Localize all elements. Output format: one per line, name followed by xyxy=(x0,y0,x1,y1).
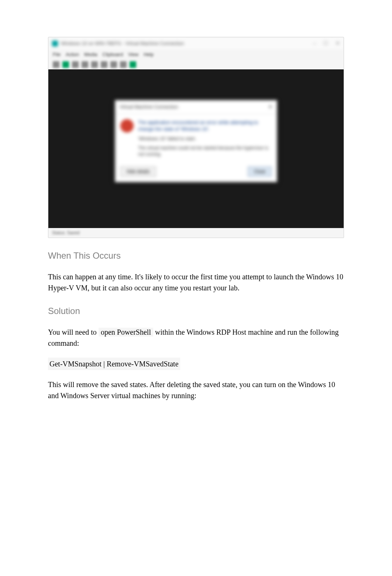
start-icon xyxy=(62,61,69,68)
hide-details-button: Hide details xyxy=(120,166,156,177)
powershell-command: Get-VMSnapshot | Remove-VMSavedState xyxy=(48,358,180,370)
dialog-text: The application encountered an error whi… xyxy=(138,119,272,158)
toolbar-icon xyxy=(101,61,107,68)
toolbar-icon xyxy=(91,61,98,68)
close-button: Close xyxy=(248,166,272,177)
solution-pre: You will need to xyxy=(48,328,99,336)
error-heading: The application encountered an error whi… xyxy=(138,119,272,132)
toolbar-icon xyxy=(72,61,79,68)
maximize-icon: ☐ xyxy=(323,39,328,47)
minimize-icon: – xyxy=(313,39,316,47)
toolbar-icon xyxy=(130,61,136,68)
after-command-text: This will remove the saved states. After… xyxy=(48,379,344,401)
menu-file: File xyxy=(53,51,61,58)
when-occurs-text: This can happen at any time. It's likely… xyxy=(48,271,344,293)
menu-help: Help xyxy=(144,51,154,58)
heading-when-occurs: When This Occurs xyxy=(48,249,344,262)
dialog-title-text: Virtual Machine Connection xyxy=(120,103,178,111)
window-controls: – ☐ ✕ xyxy=(313,39,340,47)
error-sub2: The virtual machine could not be started… xyxy=(138,145,272,158)
toolbar-icon xyxy=(53,61,59,68)
dialog-body: The application encountered an error whi… xyxy=(115,114,277,163)
solution-intro: You will need to open PowerShell within … xyxy=(48,327,344,349)
dialog-close-icon: ✕ xyxy=(268,103,272,111)
toolbar-icon xyxy=(82,61,88,68)
toolbar-icon xyxy=(110,61,117,68)
dialog-buttons: Hide details Close xyxy=(115,163,277,182)
toolbar-icon xyxy=(120,61,127,68)
error-dialog: Virtual Machine Connection ✕ The applica… xyxy=(115,100,277,182)
menu-media: Media xyxy=(84,51,97,58)
window-titlebar: Windows 10 on WIN-78EFG - Virtual Machin… xyxy=(48,37,344,49)
dialog-titlebar: Virtual Machine Connection ✕ xyxy=(115,100,277,114)
vm-error-screenshot: Windows 10 on WIN-78EFG - Virtual Machin… xyxy=(48,37,344,238)
hyperv-app-icon xyxy=(52,41,58,46)
window-title: Windows 10 on WIN-78EFG - Virtual Machin… xyxy=(61,40,184,47)
open-powershell-code: open PowerShell xyxy=(99,328,153,337)
error-icon xyxy=(120,119,134,132)
vm-connection-window: Windows 10 on WIN-78EFG - Virtual Machin… xyxy=(48,37,344,238)
menubar: File Action Media Clipboard View Help xyxy=(48,49,344,60)
error-sub1: 'Windows 10' failed to start. xyxy=(138,135,272,142)
vm-viewport: Virtual Machine Connection ✕ The applica… xyxy=(48,69,344,228)
menu-view: View xyxy=(128,51,138,58)
statusbar: Status: Saved xyxy=(48,228,344,238)
heading-solution: Solution xyxy=(48,304,344,318)
menu-action: Action xyxy=(66,51,79,58)
close-icon: ✕ xyxy=(336,39,340,47)
menu-clipboard: Clipboard xyxy=(103,51,123,58)
toolbar xyxy=(48,60,344,69)
